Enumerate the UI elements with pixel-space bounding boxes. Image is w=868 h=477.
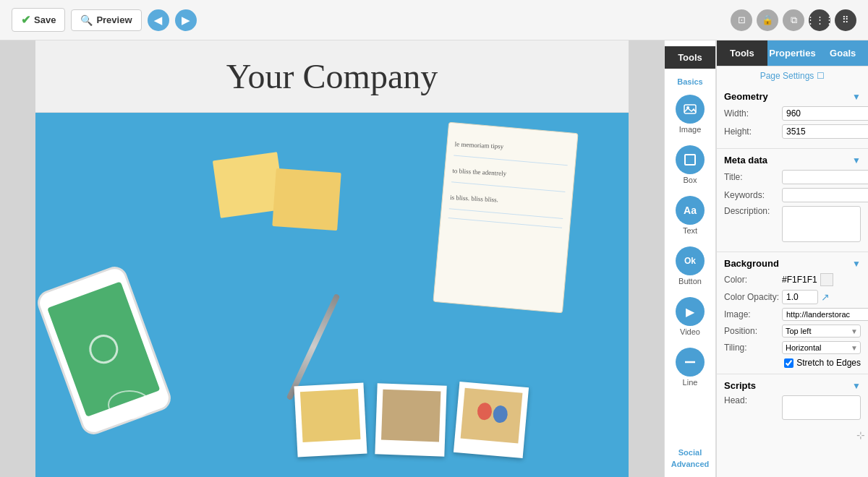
page-settings-link[interactable]: Page Settings ☐ xyxy=(717,66,868,85)
tool-image[interactable]: Image xyxy=(668,90,712,138)
tool-box[interactable]: Box xyxy=(668,141,712,189)
canvas-area: Your Company xyxy=(0,40,664,477)
tools-sidebar: Tools Basics Image Box Aa Text Ok Button… xyxy=(664,40,716,477)
canvas: Your Company xyxy=(35,40,629,477)
polaroid-img-1 xyxy=(300,389,361,442)
color-swatch[interactable] xyxy=(820,273,833,286)
image-tool-label: Image xyxy=(679,125,702,134)
svg-point-0 xyxy=(477,402,493,421)
head-textarea[interactable] xyxy=(782,395,861,420)
stretch-label: Stretch to Edges xyxy=(796,358,861,368)
geometry-section: Geometry ▼ Width: Height: xyxy=(717,85,868,149)
tab-goals[interactable]: Goals xyxy=(817,40,868,66)
phone-illustration xyxy=(50,275,166,434)
lined-paper: le memoriam tipsy to bliss the adentrely… xyxy=(441,127,585,344)
grid-icon[interactable]: ⠿ xyxy=(835,9,856,31)
stretch-checkbox[interactable] xyxy=(784,358,793,368)
earphone-cord xyxy=(108,390,151,419)
metadata-label: Meta data xyxy=(724,155,767,166)
tool-video[interactable]: ▶ Video xyxy=(668,293,712,340)
preview-label: Preview xyxy=(96,14,132,25)
title-row: Title: xyxy=(724,170,861,184)
width-row: Width: xyxy=(724,106,861,121)
social-section-label[interactable]: Social xyxy=(678,448,702,457)
svg-rect-4 xyxy=(685,155,695,165)
tab-properties[interactable]: Properties xyxy=(767,40,818,66)
tool-button[interactable]: Ok Button xyxy=(668,242,712,290)
image-label: Image: xyxy=(724,309,782,319)
polaroid-photos xyxy=(296,384,526,455)
tool-text[interactable]: Aa Text xyxy=(668,192,712,239)
save-button[interactable]: ✔ Save xyxy=(12,8,65,32)
company-name: Your Company xyxy=(226,56,438,96)
position-label: Position: xyxy=(724,326,782,336)
polaroid-img-3 xyxy=(461,388,523,444)
handwriting-text-3: is bliss. bliss bliss. xyxy=(450,193,564,207)
tiling-select[interactable]: Horizontal Vertical Both None xyxy=(782,341,861,354)
position-select-wrapper: Top left Top center Top right Center ▼ xyxy=(782,325,861,338)
image-url-container xyxy=(782,308,868,321)
menu-icon[interactable]: ⋮⋮⋮ xyxy=(809,9,830,31)
keywords-input[interactable] xyxy=(782,188,868,202)
canvas-header: Your Company xyxy=(35,40,629,113)
undo-button[interactable]: ◀ xyxy=(148,9,169,31)
geometry-chevron: ▼ xyxy=(852,92,861,102)
tab-tools[interactable]: Tools xyxy=(717,40,767,66)
page-settings-label: Page Settings xyxy=(760,71,814,81)
background-label: Background xyxy=(724,258,779,269)
geometry-header: Geometry ▼ xyxy=(724,91,861,102)
image-url-input[interactable] xyxy=(782,308,868,321)
handwriting-text-1: le memoriam tipsy xyxy=(454,139,569,154)
text-tool-label: Text xyxy=(683,226,697,235)
sticky-note-2 xyxy=(272,168,341,231)
description-row: Description: xyxy=(724,206,861,242)
color-row: Color: #F1F1F1 xyxy=(724,273,861,286)
background-chevron: ▼ xyxy=(852,259,861,269)
button-tool-icon: Ok xyxy=(676,246,705,275)
geometry-label: Geometry xyxy=(724,91,768,102)
polaroid-2 xyxy=(375,383,446,456)
stretch-row: Stretch to Edges xyxy=(724,358,861,368)
resize-icon: ⊹ xyxy=(856,429,865,441)
height-input[interactable] xyxy=(782,124,868,139)
wand-icon: ↗ xyxy=(821,291,830,303)
scripts-label: Scripts xyxy=(724,380,756,391)
magnify-icon: 🔍 xyxy=(80,14,93,26)
background-section: Background ▼ Color: #F1F1F1 Color Opacit… xyxy=(717,252,868,374)
metadata-header: Meta data ▼ xyxy=(724,155,861,166)
scripts-chevron: ▼ xyxy=(852,381,861,391)
color-opacity-input[interactable] xyxy=(782,290,818,304)
color-opacity-row: Color Opacity: ↗ xyxy=(724,290,861,304)
line-tool-label: Line xyxy=(683,378,698,387)
tools-header: Tools xyxy=(665,46,715,69)
title-input[interactable] xyxy=(782,170,868,184)
page-icon: ☐ xyxy=(817,71,825,81)
keywords-label: Keywords: xyxy=(724,190,782,200)
notebook-paper: le memoriam tipsy to bliss the adentrely… xyxy=(433,122,578,314)
tool-line[interactable]: Line xyxy=(668,343,712,391)
redo-button[interactable]: ▶ xyxy=(175,9,197,31)
color-value: #F1F1F1 xyxy=(782,275,817,285)
lock-icon[interactable]: 🔒 xyxy=(757,9,778,31)
color-label: Color: xyxy=(724,275,782,285)
advanced-section-label[interactable]: Advanced xyxy=(671,460,710,468)
width-input[interactable] xyxy=(782,106,868,121)
description-input[interactable] xyxy=(782,206,861,242)
color-opacity-label: Color Opacity: xyxy=(724,292,782,302)
text-tool-icon: Aa xyxy=(676,196,705,225)
copy-icon[interactable]: ⧉ xyxy=(783,9,804,31)
device-desktop-icon[interactable]: ⊡ xyxy=(731,9,752,31)
preview-button[interactable]: 🔍 Preview xyxy=(71,9,141,31)
polaroid-figures-svg xyxy=(468,396,514,436)
scripts-section: Scripts ▼ Head: xyxy=(717,374,868,429)
main-layout: Your Company xyxy=(0,40,868,477)
position-select[interactable]: Top left Top center Top right Center xyxy=(782,325,861,338)
image-row: Image: xyxy=(724,308,861,321)
box-tool-icon xyxy=(676,145,705,174)
tools-footer: Social Advanced xyxy=(671,448,710,471)
image-tool-icon xyxy=(676,95,705,124)
polaroid-1 xyxy=(294,383,367,457)
phone-search-circle xyxy=(85,330,122,367)
button-tool-label: Button xyxy=(678,277,702,285)
metadata-section: Meta data ▼ Title: Keywords: Description… xyxy=(717,149,868,252)
